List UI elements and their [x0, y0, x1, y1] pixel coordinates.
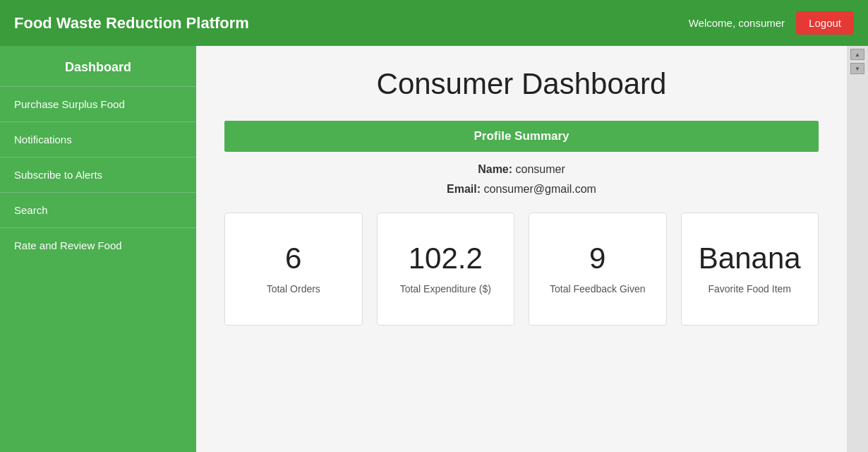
sidebar: Dashboard Purchase Surplus Food Notifica…: [0, 46, 196, 452]
main-content: Consumer Dashboard Profile Summary Name:…: [196, 46, 847, 452]
stat-card-favorite-food: Banana Favorite Food Item: [681, 213, 819, 326]
stat-label-total-orders: Total Orders: [267, 282, 320, 297]
profile-name: Name: consumer: [224, 163, 819, 176]
stat-label-total-expenditure: Total Expenditure ($): [400, 282, 491, 297]
stats-row: 6 Total Orders 102.2 Total Expenditure (…: [224, 213, 819, 326]
stat-value-total-feedback: 9: [589, 242, 605, 275]
profile-name-label: Name:: [478, 163, 512, 175]
sidebar-item-rate-and-review-food[interactable]: Rate and Review Food: [0, 227, 196, 263]
sidebar-item-search[interactable]: Search: [0, 192, 196, 227]
welcome-text: Welcome, consumer: [689, 17, 785, 29]
page-title: Consumer Dashboard: [224, 67, 819, 101]
layout: Dashboard Purchase Surplus Food Notifica…: [0, 46, 868, 452]
logout-button[interactable]: Logout: [796, 11, 854, 35]
stat-label-total-feedback: Total Feedback Given: [550, 282, 645, 297]
stat-value-total-expenditure: 102.2: [409, 242, 483, 275]
profile-email-value: consumer@gmail.com: [484, 183, 596, 195]
header-right: Welcome, consumer Logout: [689, 11, 854, 35]
sidebar-item-subscribe-to-alerts[interactable]: Subscribe to Alerts: [0, 157, 196, 192]
app-title: Food Waste Reduction Platform: [14, 14, 249, 32]
scroll-up-button[interactable]: ▲: [850, 49, 864, 60]
header: Food Waste Reduction Platform Welcome, c…: [0, 0, 868, 46]
sidebar-dashboard-label: Dashboard: [0, 46, 196, 86]
stat-value-total-orders: 6: [285, 242, 301, 275]
sidebar-item-notifications[interactable]: Notifications: [0, 121, 196, 157]
stat-value-favorite-food: Banana: [699, 242, 801, 275]
stat-card-total-orders: 6 Total Orders: [224, 213, 363, 326]
stat-card-total-expenditure: 102.2 Total Expenditure ($): [377, 213, 515, 326]
right-panel: ▲ ▼: [847, 46, 868, 452]
sidebar-item-purchase-surplus-food[interactable]: Purchase Surplus Food: [0, 86, 196, 121]
profile-summary-header: Profile Summary: [224, 121, 819, 152]
stat-label-favorite-food: Favorite Food Item: [709, 282, 792, 297]
profile-name-value: consumer: [516, 163, 565, 175]
scroll-down-button[interactable]: ▼: [850, 63, 864, 74]
stat-card-total-feedback: 9 Total Feedback Given: [529, 213, 667, 326]
profile-email-label: Email:: [447, 183, 481, 195]
profile-email: Email: consumer@gmail.com: [224, 183, 819, 196]
